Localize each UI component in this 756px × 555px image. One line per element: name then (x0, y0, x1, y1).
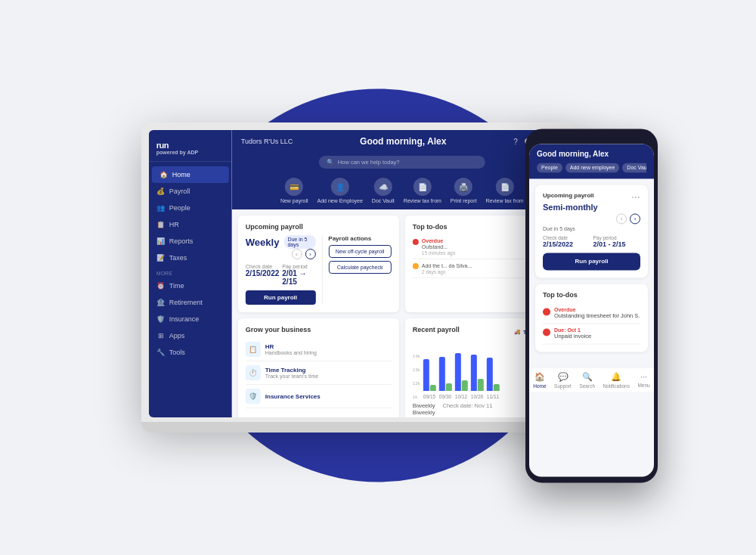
qa-print-report[interactable]: 🖨️ Print report (451, 178, 477, 203)
qa-review-tax-1-label: Review tax from (404, 198, 442, 203)
prev-payroll-arrow[interactable]: ‹ (291, 249, 302, 259)
qa-doc-vault[interactable]: ☁️ Doc Vault (372, 178, 395, 203)
sidebar-item-taxes[interactable]: 📝 Taxes (149, 250, 232, 266)
phone-nav-support[interactable]: 💬 Support (554, 372, 572, 389)
people-icon: 👥 (156, 203, 166, 212)
phone-check-date-label: Check date (543, 235, 590, 240)
bar-blue-2 (438, 357, 445, 391)
x-label-1028: 10/28 (470, 394, 483, 399)
todo-warning-dot (413, 263, 419, 269)
phone-run-payroll-button[interactable]: Run payroll (543, 253, 640, 270)
todo-1-content: Overdue Outstand... 15 minutes ago (422, 238, 455, 256)
reports-icon: 📊 (156, 237, 166, 246)
phone-next-arrow[interactable]: › (630, 213, 640, 224)
sidebar-item-retirement[interactable]: 🏦 Retirement (149, 294, 232, 311)
pay-period-value: 2/01 → 2/15 (282, 269, 315, 286)
phone-todo-item-1: Overdue Outstanding timesheet for John S… (543, 303, 640, 324)
phone-tab-doc-vault[interactable]: Doc Vault (622, 163, 646, 172)
sidebar-tools-label: Tools (169, 349, 185, 356)
phone-upcoming-payroll-card: Upcoming payroll ⋯ Semi-monthly ‹ › Due … (535, 184, 648, 278)
phone-frame: Good morning, Alex People Add new employ… (525, 129, 658, 482)
grow-time-sub: Track your team's time (265, 374, 318, 379)
qa-review-tax-1[interactable]: 📄 Review tax from (404, 178, 442, 203)
biweekly-label: Biweekly (413, 402, 435, 409)
sidebar-taxes-label: Taxes (169, 254, 187, 262)
sidebar-item-payroll[interactable]: 💰 Payroll (149, 183, 232, 200)
sidebar-item-time[interactable]: ⏰ Time (149, 278, 232, 294)
check-date-label: Check date (246, 264, 280, 269)
retirement-icon: 🏦 (156, 298, 166, 307)
phone-todo-2-content: Due: Oct 1 Unpaid invoice (554, 327, 591, 340)
insurance-icon: 🛡️ (156, 315, 166, 324)
sidebar-payroll-label: Payroll (169, 188, 191, 195)
sidebar-item-apps[interactable]: ⊞ Apps (149, 327, 232, 344)
help-icon[interactable]: ? (513, 138, 518, 146)
bar-blue-3 (454, 353, 460, 391)
phone-card-menu-icon[interactable]: ⋯ (631, 192, 640, 203)
grow-time-icon: ⏱️ (246, 365, 261, 380)
sidebar-retirement-label: Retirement (169, 299, 203, 306)
x-label-0915: 09/15 (423, 394, 435, 399)
sidebar-item-hr[interactable]: 📋 HR (149, 216, 232, 233)
phone-bottom-nav: 🏠 Home 💬 Support 🔍 Search 🔔 Notification… (529, 367, 654, 392)
phone-nav-notifications[interactable]: 🔔 Notifications (603, 372, 630, 389)
app-header: Tudors R'Us LLC Good morning, Alex ? 💬 🔔… (232, 130, 572, 153)
phone-due-label: Due in 5 days (543, 226, 640, 231)
bar-group-3 (454, 353, 467, 391)
sidebar-item-home[interactable]: 🏠 Home (152, 166, 229, 183)
logo-run: run (156, 141, 225, 150)
x-label-1012: 10/12 (454, 394, 467, 399)
review-tax-1-icon: 📄 (414, 178, 432, 196)
phone-todo-dot-1 (543, 308, 550, 315)
home-icon: 🏠 (160, 170, 169, 179)
qa-new-payroll[interactable]: 💳 New payroll (280, 178, 308, 203)
phone-todo-1-status: Overdue (554, 307, 640, 312)
grow-business-list: 📋 HR Handbooks and hiring ⏱️ Time Tracki… (246, 338, 392, 408)
sidebar-item-people[interactable]: 👥 People (149, 200, 232, 216)
y-label-13k: 13k (413, 367, 420, 372)
phone-nav-home-icon: 🏠 (534, 372, 545, 382)
bar-blue-1 (423, 359, 429, 391)
qa-add-employee-label: Add new Employee (318, 198, 363, 203)
grow-item-hr[interactable]: 📋 HR Handbooks and hiring (246, 338, 392, 361)
phone-tab-people[interactable]: People (537, 163, 562, 172)
grow-item-insurance[interactable]: 🛡️ Insurance Services (246, 385, 392, 408)
run-payroll-button[interactable]: Run payroll (246, 290, 316, 305)
phone-nav-home[interactable]: 🏠 Home (533, 372, 546, 389)
search-input[interactable]: 🔍 How can we help today? (319, 156, 485, 169)
phone-nav-menu[interactable]: ··· Menu (637, 372, 649, 389)
todo-overdue-dot (413, 239, 419, 245)
phone-nav-menu-label: Menu (637, 383, 649, 388)
grow-business-title: Grow your business (246, 326, 392, 333)
new-off-cycle-button[interactable]: New off-cycle payroll (328, 245, 392, 258)
qa-add-employee[interactable]: 👤 Add new Employee (318, 178, 363, 203)
qa-review-tax-2[interactable]: 📄 Review tax from (485, 178, 523, 203)
chart-bars (423, 346, 499, 391)
payroll-type-label: Weekly (246, 237, 280, 248)
grow-item-time-tracking[interactable]: ⏱️ Time Tracking Track your team's time (246, 361, 392, 385)
pay-period-label: Pay period (282, 264, 315, 269)
phone-prev-arrow[interactable]: ‹ (616, 213, 627, 224)
sidebar-item-insurance[interactable]: 🛡️ Insurance (149, 311, 232, 327)
laptop-screen: run powered by ADP 🏠 Home 💰 Payroll 👥 Pe… (149, 130, 572, 417)
laptop-body: run powered by ADP 🏠 Home 💰 Payroll 👥 Pe… (141, 122, 580, 422)
review-tax-2-icon: 📄 (496, 178, 514, 196)
sidebar-home-label: Home (172, 171, 191, 178)
phone-todo-1-desc: Outstanding timesheet for John S. (554, 312, 640, 319)
logo-adp: powered by ADP (156, 150, 225, 155)
y-label-12k: 12k (413, 381, 420, 386)
bar-blue-4 (470, 355, 476, 391)
search-placeholder: How can we help today? (338, 159, 400, 166)
phone-nav-search[interactable]: 🔍 Search (579, 372, 595, 389)
x-label-1111: 11/11 (486, 394, 499, 399)
check-date-item: Check date 2/15/2022 (246, 264, 280, 286)
calculate-paycheck-button[interactable]: Calculate paycheck (328, 261, 392, 274)
phone-nav-notif-icon: 🔔 (611, 372, 621, 382)
sidebar-item-reports[interactable]: 📊 Reports (149, 233, 232, 250)
phone-tab-add-employee[interactable]: Add new employee (565, 163, 620, 172)
next-payroll-arrow[interactable]: › (305, 249, 315, 259)
payroll-icon: 💰 (156, 187, 166, 196)
apps-icon: ⊞ (156, 331, 166, 340)
grow-insurance-icon: 🛡️ (246, 389, 261, 404)
sidebar-item-tools[interactable]: 🔧 Tools (149, 344, 232, 361)
